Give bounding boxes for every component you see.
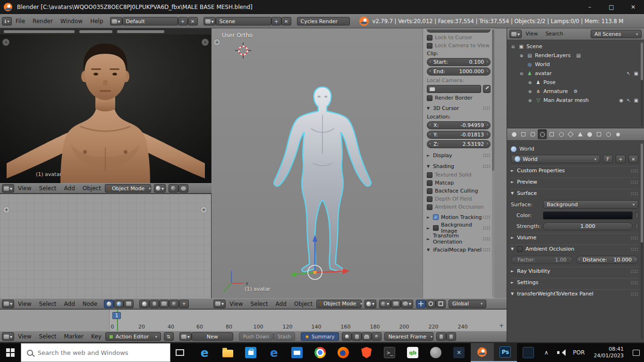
editor-type-button-3dview[interactable]: ▾ [213,300,226,308]
menu-view[interactable]: View [14,184,35,193]
editor-type-button-info[interactable]: ℹ▾ [2,17,12,25]
ghost-button[interactable] [342,332,352,341]
x-app-icon[interactable]: ✕ [448,343,471,362]
add-node-button[interactable]: + [179,300,189,308]
world-color-swatch[interactable] [543,211,633,219]
panel-grip[interactable] [483,226,491,230]
menu-add[interactable]: Add [60,299,79,309]
dopesheet-timeline[interactable]: 0 20 40 60 80 100 120 140 160 180 200 22… [0,309,507,331]
tab-render-layers[interactable] [519,129,528,139]
panel-ray-visibility-header[interactable]: ►Ray Visibility [511,267,638,275]
ie-icon[interactable]: e [263,343,286,362]
editor-type-button-outliner[interactable]: ▾ [509,30,522,38]
selectable-toggle-icon[interactable]: ↖ [627,98,630,103]
file-explorer-icon[interactable] [216,343,239,362]
animate-property-button[interactable] [636,223,638,230]
transform-orientation-selector[interactable]: Global▾ [449,300,486,308]
depth-of-field-checkbox[interactable] [427,196,432,202]
region-expand-button[interactable]: + [213,39,220,46]
local-camera-field[interactable] [427,85,481,93]
panel-grip[interactable] [630,169,638,173]
outliner-row-avatar[interactable]: ⊖ ♟ avatar ↖ ▣ [508,69,643,78]
expand-toggle-icon[interactable]: ⊖ [510,44,516,49]
textured-solid-checkbox[interactable] [427,172,432,178]
outliner-filter-selector[interactable]: All Scenes▾ [591,30,642,38]
copy-keyframes-button[interactable] [436,332,446,341]
outliner-row-world[interactable]: ◎ World [508,60,643,69]
snap-mode-selector[interactable]: Nearest Frame▾ [384,332,433,341]
search-input[interactable] [38,349,170,356]
panel-transform-orientation-header[interactable]: ►Transform Orientation [427,235,491,243]
panel-background-image-header[interactable]: ► Background Image [427,224,491,232]
expand-toggle-icon[interactable]: ⊕ [527,80,533,85]
manipulator-rotate-button[interactable] [426,300,436,308]
panel-grip[interactable] [483,248,491,252]
panel-surface-header[interactable]: ▼Surface [511,189,638,197]
render-engine-selector[interactable]: Cycles Render [297,17,350,25]
fake-user-button[interactable]: F [603,155,613,163]
menu-key[interactable]: Key [87,332,105,341]
panel-ifacialmocap-header[interactable]: ▼iFacialMocap Panel [427,246,491,253]
outliner-scrollbar[interactable] [641,42,643,126]
outliner-row-armature[interactable]: ⊕ ⋔ Armature ⚙ [508,87,643,96]
layout-selector[interactable]: Default [122,17,178,25]
pin-button[interactable] [149,300,159,308]
panel-preview-header[interactable]: ►Preview [511,177,638,186]
tab-physics[interactable] [613,129,622,139]
surface-type-selector[interactable]: Background▾ [543,200,638,209]
manipulator-scale-button[interactable] [436,300,446,308]
transform-manipulator[interactable] [275,234,355,298]
visibility-toggle-icon[interactable]: ◉ [619,98,623,103]
taskbar-search[interactable] [21,343,170,362]
mode-selector[interactable]: Object Mode▾ [105,184,151,193]
lock-camera-checkbox[interactable] [427,43,432,49]
pivot-center-button[interactable] [169,184,178,193]
rendered-viewport[interactable]: (1) avatar + + [0,28,212,183]
start-button[interactable] [0,343,21,362]
ambient-occlusion-checkbox[interactable] [427,204,432,210]
panel-grip[interactable] [630,236,638,240]
menu-view[interactable]: View [226,299,246,309]
mail-icon[interactable] [286,343,309,362]
mode-selector[interactable]: Object Mode▾ [316,300,362,308]
tab-world[interactable] [538,129,547,139]
tab-texture[interactable] [594,129,603,139]
taskbar-clock[interactable]: 08:41 24/01/2023 [589,346,628,359]
menu-select[interactable]: Select [35,184,60,193]
panel-grip[interactable] [483,106,491,110]
manipulator-translate-button[interactable] [416,300,426,308]
render-toggle-icon[interactable]: ▤ [576,53,581,58]
expand-toggle-icon[interactable]: ⊕ [527,98,533,103]
panel-grip[interactable] [630,269,638,273]
snap-magnet-button[interactable] [362,332,372,341]
task-view-button[interactable] [170,343,189,362]
action-browse-button[interactable]: ▾ [179,332,192,341]
menu-view[interactable]: View [522,29,542,39]
tab-particles[interactable] [604,129,613,139]
tab-data[interactable] [576,129,585,139]
close-button[interactable]: ✕ [622,0,644,14]
material-slot-button[interactable] [139,300,149,308]
menu-window[interactable]: Window [57,17,86,26]
blender-taskbar-icon[interactable] [471,343,494,362]
photoshop-icon[interactable]: Ps [494,343,517,362]
background-image-checkbox[interactable] [433,225,439,231]
outliner-row-scene[interactable]: ⊖ ▣ Scene [508,42,643,51]
editor-type-button-3dview[interactable]: ▾ [2,184,14,193]
unlink-datablock-button[interactable]: ✕ [628,155,638,163]
outliner-row-renderlayers[interactable]: ⊕ ▤ RenderLayers ▤ [508,51,643,60]
cursor-x-field[interactable]: ‹ X:-0.94959 › [427,121,491,129]
menu-marker[interactable]: Marker [60,332,87,341]
region-expand-button[interactable]: + [200,206,207,213]
pivot-center-button[interactable]: ▾ [379,300,391,308]
tab-material[interactable] [585,129,594,139]
region-expand-button[interactable]: + [202,39,209,46]
render-preview-button[interactable]: ▾ [401,300,413,308]
selectable-toggle-icon[interactable]: ↖ [627,71,630,76]
firefox-icon[interactable] [332,343,355,362]
hidden-icons-button[interactable]: ∧ [540,343,553,362]
region-expand-button[interactable]: + [3,206,10,213]
tab-object[interactable] [547,129,556,139]
menu-select[interactable]: Select [35,299,60,309]
dopesheet-mode-selector[interactable]: Action Editor▾ [105,332,161,341]
